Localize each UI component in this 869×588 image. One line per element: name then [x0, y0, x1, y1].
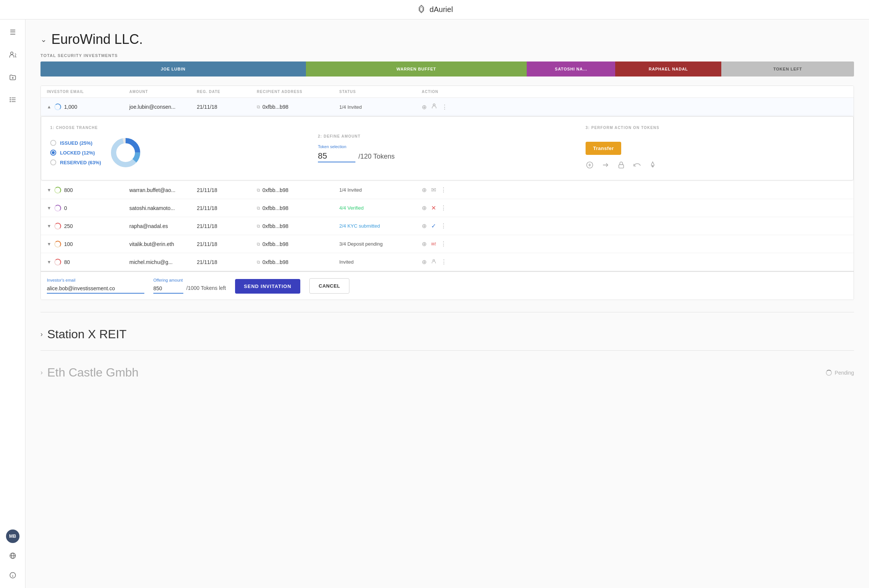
- row1-date: 21/11/18: [197, 104, 257, 110]
- sidebar-icon-users[interactable]: [6, 48, 19, 62]
- row3-actions: ⊕ ✕ ⋮: [422, 204, 482, 212]
- row3-email: satoshi.nakamoto...: [129, 205, 197, 211]
- sidebar-icon-info[interactable]: [6, 568, 19, 582]
- row6-add-icon[interactable]: ⊕: [422, 258, 427, 266]
- row3-more-icon[interactable]: ⋮: [440, 204, 446, 212]
- row5-add-icon[interactable]: ⊕: [422, 240, 427, 248]
- company-ethcastle[interactable]: › Eth Castle Gmbh Pending: [40, 366, 854, 380]
- row4-copy-icon[interactable]: ⧉: [257, 224, 260, 229]
- tranche-section: 1: CHOOSE TRANCHE ISSUED (25%): [50, 126, 309, 171]
- row1-amount: 1,000: [64, 104, 77, 110]
- row3-person-x-icon[interactable]: ✕: [431, 204, 436, 212]
- row1-add-icon[interactable]: ⊕: [422, 104, 427, 111]
- step1-label: 1: CHOOSE TRANCHE: [50, 126, 309, 130]
- row6-copy-icon[interactable]: ⧉: [257, 260, 260, 265]
- chevron-down-icon[interactable]: ⌄: [40, 35, 47, 44]
- row4-status: 2/4 KYC submitted: [339, 223, 422, 229]
- row1-amount-cell: ▲ 1,000: [47, 104, 129, 110]
- row4-more-icon[interactable]: ⋮: [440, 222, 446, 230]
- radio-locked-inner: [52, 151, 55, 154]
- row6-more-icon[interactable]: ⋮: [441, 258, 447, 266]
- row3-amount-cell: ▼ 0: [47, 205, 129, 212]
- tranche-reserved-label: RESERVED (63%): [60, 160, 101, 165]
- radio-issued[interactable]: [50, 140, 56, 146]
- row4-chevron[interactable]: ▼: [47, 224, 51, 229]
- row1-more-icon[interactable]: ⋮: [442, 104, 448, 111]
- row4-add-icon[interactable]: ⊕: [422, 222, 427, 230]
- send-invitation-button[interactable]: SEND INVITATION: [235, 279, 300, 294]
- row1-address: ⧉ 0xfbb...b98: [257, 104, 339, 110]
- row6-person-icon[interactable]: [431, 259, 436, 266]
- row2-add-icon[interactable]: ⊕: [422, 186, 427, 194]
- token-segment-raphael: RAPHAEL NADAL: [615, 62, 721, 76]
- token-transfer-icon[interactable]: [601, 161, 610, 171]
- token-bar: JOE LUBIN WARREN BUFFET SATOSHI NA... RA…: [40, 62, 854, 76]
- token-amount-input[interactable]: [318, 150, 355, 162]
- offering-amount-input[interactable]: [153, 284, 183, 294]
- row4-actions: ⊕ ✓ ⋮: [422, 222, 482, 230]
- row2-mail-icon[interactable]: ✉: [431, 186, 436, 194]
- sidebar-icon-globe[interactable]: [6, 549, 19, 562]
- header-date: REG. DATE: [197, 90, 257, 94]
- avatar[interactable]: MB: [6, 530, 19, 543]
- row1-person-icon[interactable]: [431, 103, 437, 111]
- row2-more-icon[interactable]: ⋮: [440, 186, 446, 194]
- row1-chevron[interactable]: ▲: [47, 104, 51, 110]
- table-row: ▼ 100 vitalik.but@erin.eth 21/11/18 ⧉ 0x…: [41, 235, 854, 253]
- token-amount-section: 2: DEFINE AMOUNT Token selection /120 To…: [318, 126, 577, 171]
- row3-add-icon[interactable]: ⊕: [422, 204, 427, 212]
- sidebar-icon-folder-plus[interactable]: [6, 70, 19, 84]
- row3-chevron[interactable]: ▼: [47, 206, 51, 211]
- tranche-reserved[interactable]: RESERVED (63%): [50, 159, 101, 165]
- row1-copy-icon[interactable]: ⧉: [257, 104, 260, 110]
- table-header-row: INVESTOR EMAIL AMOUNT REG. DATE RECIPIEN…: [41, 86, 854, 98]
- investor-email-input[interactable]: [47, 284, 144, 294]
- row5-chevron[interactable]: ▼: [47, 242, 51, 247]
- token-lock-icon[interactable]: [617, 161, 625, 171]
- company-name-ethcastle: Eth Castle Gmbh: [47, 366, 139, 380]
- row2-amount-cell: ▼ 800: [47, 187, 129, 194]
- tranche-locked[interactable]: LOCKED (12%): [50, 150, 101, 156]
- row6-actions: ⊕ ⋮: [422, 258, 482, 266]
- token-segment-joe: JOE LUBIN: [40, 62, 306, 76]
- logo: dAuriel: [416, 4, 453, 15]
- row6-status: Invited: [339, 259, 422, 265]
- logo-icon: [416, 4, 427, 15]
- row5-copy-icon[interactable]: ⧉: [257, 242, 260, 247]
- row2-copy-icon[interactable]: ⧉: [257, 188, 260, 193]
- transfer-button[interactable]: Transfer: [586, 142, 621, 155]
- offering-amount-field: Offering amount /1000 Tokens left: [153, 278, 226, 294]
- company-stationx[interactable]: › Station X REIT: [40, 327, 854, 341]
- sidebar-icon-menu[interactable]: ☰: [6, 26, 19, 39]
- row5-more-icon[interactable]: ⋮: [440, 240, 446, 248]
- row1-spinner-icon: [54, 104, 61, 110]
- row6-chevron[interactable]: ▼: [47, 260, 51, 265]
- row6-email: michel.michu@g...: [129, 259, 197, 265]
- token-action-icons: [586, 161, 657, 171]
- svg-rect-25: [619, 165, 624, 168]
- pending-status: Pending: [826, 370, 854, 376]
- token-undo-icon[interactable]: [633, 161, 641, 171]
- row6-spinner-icon: [54, 259, 61, 266]
- cancel-button[interactable]: CANCEL: [309, 278, 349, 294]
- row4-person-check-icon[interactable]: ✓: [431, 222, 436, 230]
- tranche-locked-label: LOCKED (12%): [60, 150, 95, 156]
- header-email: INVESTOR EMAIL: [47, 90, 129, 94]
- row3-amount: 0: [64, 205, 67, 211]
- row3-copy-icon[interactable]: ⧉: [257, 206, 260, 211]
- row2-chevron[interactable]: ▼: [47, 188, 51, 193]
- row3-spinner-icon: [54, 205, 61, 212]
- sidebar-icon-list[interactable]: [6, 93, 19, 106]
- row2-status: 1/4 Invited: [339, 187, 422, 193]
- row2-email: warran.buffet@ao...: [129, 187, 197, 193]
- tranche-issued[interactable]: ISSUED (25%): [50, 140, 101, 146]
- divider-2: [40, 350, 854, 351]
- row2-spinner-icon: [54, 187, 61, 194]
- radio-reserved[interactable]: [50, 159, 56, 165]
- token-burn-icon[interactable]: [649, 161, 657, 171]
- token-add-icon[interactable]: [586, 161, 594, 171]
- radio-locked[interactable]: [50, 150, 56, 156]
- row5-mail-warn-icon[interactable]: ✉!: [431, 242, 436, 247]
- row4-email: rapha@nadal.es: [129, 223, 197, 229]
- email-field: Investor's email: [47, 278, 144, 294]
